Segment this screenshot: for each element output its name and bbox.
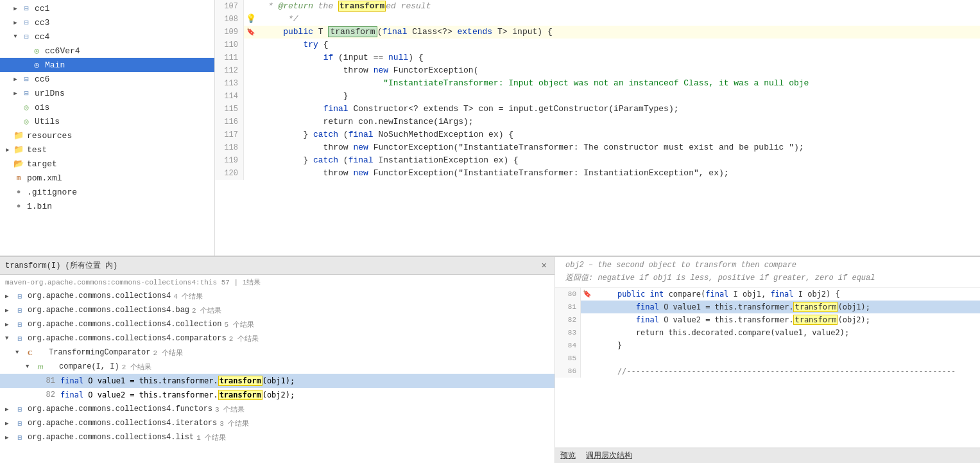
preview-code-area: 80 🔖 public int compare(final I obj1, fi… (555, 288, 980, 448)
search-label-list: org.apache.commons.collections4.list (28, 433, 194, 442)
call-hierarchy-label[interactable]: 调用层次结构 (586, 450, 632, 461)
preview-line-81: 81 final O value1 = this.transformer.tra… (555, 301, 980, 313)
sidebar-item-utils[interactable]: ◎ Utils (0, 114, 214, 128)
preview-label[interactable]: 预览 (560, 450, 576, 461)
preview-content-84: } (594, 339, 622, 352)
preview-ln-80: 80 (555, 288, 581, 301)
sidebar: ⊟ cc1 ⊟ cc3 ⊟ cc4 ◎ cc6Ver4 ◎ Main (0, 0, 215, 256)
sidebar-item-cc3[interactable]: ⊟ cc3 (0, 15, 214, 30)
line-content-120: throw new FunctorException("InstantiateT… (258, 167, 729, 180)
line-num-111: 111 (215, 51, 244, 64)
sidebar-label-cc4: cc4 (35, 32, 212, 42)
search-results-list: maven-org.apache.commons:commons-collect… (0, 275, 554, 463)
search-panel: transform(I) (所有位置 内) × maven-org.apache… (0, 257, 555, 463)
search-doc-text: maven-org.apache.commons:commons-collect… (5, 277, 261, 287)
interface-icon-utils: ◎ (21, 116, 32, 127)
sidebar-label-test: test (27, 145, 212, 155)
search-result-line82[interactable]: 82 final O value2 = this.transformer.tra… (0, 388, 554, 402)
search-group-iterators[interactable]: ⊟ org.apache.commons.collections4.iterat… (0, 416, 554, 430)
sidebar-item-gitignore[interactable]: ● .gitignore (0, 185, 214, 199)
line-content-113: "InstantiateTransformer: Input object wa… (258, 77, 809, 90)
top-section: ⊟ cc1 ⊟ cc3 ⊟ cc4 ◎ cc6Ver4 ◎ Main (0, 0, 980, 257)
search-arrow-list (5, 434, 14, 441)
preview-ln-84: 84 (555, 339, 581, 352)
sidebar-item-cc1[interactable]: ⊟ cc1 (0, 1, 214, 15)
sidebar-label-main: Main (45, 60, 212, 70)
search-count-bag: 2 个结果 (192, 306, 221, 315)
search-count-iterators: 3 个结果 (219, 419, 249, 428)
line-num-114: 114 (215, 90, 244, 103)
folder-icon-resources: 📁 (13, 130, 24, 141)
sidebar-item-target[interactable]: 📂 target (0, 157, 214, 171)
class-icon-transforming: C (24, 347, 36, 358)
search-arrow-comparators (5, 335, 14, 342)
search-count-comparators: 2 个结果 (229, 334, 259, 344)
tree-arrow-urldns[interactable] (10, 90, 21, 97)
preview-content-81: final O value1 = this.transformer.transf… (594, 301, 870, 313)
search-linenum-81: 81 (36, 376, 55, 385)
search-arrow-transforming (15, 349, 24, 356)
search-label-collection: org.apache.commons.collections4.collecti… (28, 320, 221, 329)
search-group-collections4[interactable]: ⊟ org.apache.commons.collections4 4 个结果 (0, 289, 554, 303)
sidebar-item-ois[interactable]: ◎ ois (0, 100, 214, 114)
sidebar-item-cc4[interactable]: ⊟ cc4 (0, 30, 214, 44)
sidebar-item-urldns[interactable]: ⊟ urlDns (0, 86, 214, 100)
interface-icon-ois: ◎ (21, 101, 32, 113)
search-count-compare: 2 个结果 (122, 362, 151, 372)
search-arrow-compare (26, 363, 35, 370)
search-group-transformingcomparator[interactable]: C TransformingComparator 2 个结果 (0, 345, 554, 360)
search-arrow-functors (5, 406, 14, 413)
line-num-108: 108 (215, 13, 244, 26)
line-num-115: 115 (215, 103, 244, 116)
code-line-112: 112 throw new FunctorException( (215, 64, 980, 77)
tree-arrow-cc4[interactable] (10, 33, 21, 40)
sidebar-item-test[interactable]: 📁 test (0, 143, 214, 157)
preview-ln-81: 81 (555, 301, 581, 313)
line-num-117: 117 (215, 128, 244, 141)
code-line-117: 117 } catch (final NoSuchMethodException… (215, 128, 980, 141)
search-group-compare-method[interactable]: m compare(I, I) 2 个结果 (0, 360, 554, 374)
search-panel-close[interactable]: × (539, 259, 549, 272)
code-line-108: 108 💡 */ (215, 13, 980, 26)
tree-arrow-cc3[interactable] (10, 19, 21, 26)
sidebar-label-cc3: cc3 (35, 18, 212, 28)
search-group-comparators[interactable]: ⊟ org.apache.commons.collections4.compar… (0, 331, 554, 345)
sidebar-item-resources[interactable]: 📁 resources (0, 128, 214, 143)
preview-ln-86: 86 (555, 365, 581, 378)
line-num-120: 120 (215, 167, 244, 180)
search-group-bag[interactable]: ⊟ org.apache.commons.collections4.bag 2 … (0, 303, 554, 317)
line-content-117: } catch (final NoSuchMethodException ex)… (258, 128, 513, 141)
package-icon-urldns: ⊟ (21, 87, 32, 99)
search-group-functors[interactable]: ⊟ org.apache.commons.collections4.functo… (0, 402, 554, 416)
sidebar-item-cc6ver4[interactable]: ◎ cc6Ver4 (0, 44, 214, 58)
preview-content-83: return this.decorated.compare(value1, va… (594, 326, 849, 339)
sidebar-item-pom[interactable]: m pom.xml (0, 171, 214, 185)
search-group-collection[interactable]: ⊟ org.apache.commons.collections4.collec… (0, 317, 554, 331)
tree-arrow-cc1[interactable] (10, 5, 21, 12)
code-line-116: 116 return con.newInstance(iArgs); (215, 116, 980, 128)
tree-arrow-cc6[interactable] (10, 76, 21, 83)
code-line-113: 113 "InstantiateTransformer: Input objec… (215, 77, 980, 90)
sidebar-item-cc6[interactable]: ⊟ cc6 (0, 72, 214, 86)
code-line-110: 110 try { (215, 39, 980, 51)
line-gutter-108: 💡 (244, 13, 258, 26)
search-count-functors: 3 个结果 (215, 405, 245, 414)
line-num-113: 113 (215, 77, 244, 90)
preview-ln-83: 83 (555, 326, 581, 339)
sidebar-label-cc1: cc1 (35, 4, 212, 13)
line-num-112: 112 (215, 64, 244, 77)
preview-content-82: final O value2 = this.transformer.transf… (594, 313, 870, 326)
search-group-list[interactable]: ⊟ org.apache.commons.collections4.list 1… (0, 430, 554, 444)
preview-ln-85: 85 (555, 352, 581, 365)
method-overlay-compare (46, 361, 57, 372)
search-result-line81[interactable]: 81 final O value1 = this.transformer.tra… (0, 374, 554, 388)
package-icon-collection: ⊟ (14, 319, 26, 330)
code-line-115: 115 final Constructor<? extends T> con =… (215, 103, 980, 116)
sidebar-item-main[interactable]: ◎ Main (0, 58, 214, 72)
code-line-119: 119 } catch (final InstantiationExceptio… (215, 154, 980, 167)
preview-ln-82: 82 (555, 313, 581, 326)
tree-arrow-test[interactable] (3, 146, 13, 153)
preview-gutter-80: 🔖 (581, 288, 594, 301)
file-icon-gitignore: ● (13, 186, 24, 198)
sidebar-item-1bin[interactable]: ● 1.bin (0, 199, 214, 213)
